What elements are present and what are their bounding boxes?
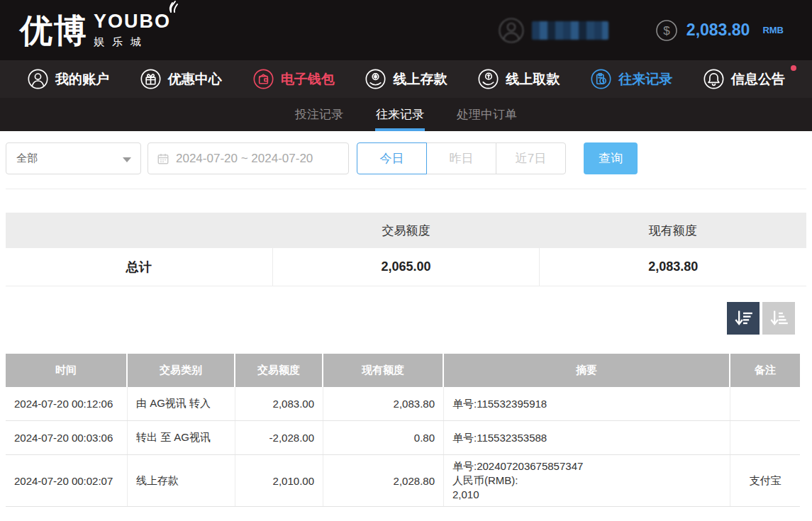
table-row: 2024-07-20 00:12:06由 AG视讯 转入2,083.002,08… — [6, 387, 800, 421]
user-group[interactable] — [498, 17, 608, 44]
balance-currency: RMB — [762, 25, 784, 35]
divider — [6, 189, 806, 189]
nav-label-my-account: 我的账户 — [55, 70, 109, 89]
cell-r0-c1: 由 AG视讯 转入 — [128, 387, 235, 420]
table-body: 2024-07-20 00:12:06由 AG视讯 转入2,083.002,08… — [6, 387, 800, 507]
search-button[interactable]: 查询 — [584, 142, 638, 174]
nav-item-online-deposit[interactable]: 线上存款 — [365, 68, 447, 90]
date-range-field[interactable]: 2024-07-20 ~ 2024-07-20 — [148, 142, 349, 174]
nav-item-online-withdraw[interactable]: 线上取款 — [477, 68, 560, 90]
type-select-value: 全部 — [16, 152, 38, 165]
nav-label-promo-center: 优惠中心 — [168, 70, 222, 89]
top-header: 优博 YOUBO 娱乐城 $ 2,083.80 RMB — [0, 0, 812, 60]
quick-date-group: 今日昨日近7日 — [357, 142, 566, 174]
chevron-down-icon — [123, 157, 131, 162]
avatar-icon — [498, 17, 525, 44]
summary-value-1: 2,065.00 — [273, 248, 540, 286]
logo-right: YOUBO 娱乐城 — [94, 11, 171, 49]
column-header-5: 备注 — [730, 354, 800, 387]
sort-row — [6, 302, 806, 335]
gift-icon — [140, 68, 162, 90]
date-range-text: 2024-07-20 ~ 2024-07-20 — [176, 152, 313, 166]
nav-item-transaction-records[interactable]: 往来记录 — [590, 68, 672, 90]
flame-icon — [161, 0, 179, 21]
nav-item-promo-center[interactable]: 优惠中心 — [140, 68, 222, 90]
wallet-icon — [252, 68, 274, 90]
cell-r1-c3: 0.80 — [323, 421, 444, 454]
sort-ascending-button[interactable] — [762, 302, 795, 335]
summary-line: 单号:115532353588 — [452, 431, 547, 445]
bell-icon — [703, 68, 725, 90]
column-header-3: 现有额度 — [323, 354, 444, 387]
summary-line: 人民币(RMB): — [452, 474, 518, 488]
cell-r1-c5 — [730, 421, 800, 454]
cell-r2-c2: 2,010.00 — [235, 455, 323, 506]
cell-r2-c1: 线上存款 — [128, 455, 235, 506]
nav-item-e-wallet[interactable]: 电子钱包 — [252, 68, 335, 90]
quick-button-today[interactable]: 今日 — [357, 142, 427, 174]
summary-line: 2,010 — [452, 488, 479, 502]
summary-line: 单号:115532395918 — [452, 397, 547, 411]
nav-label-online-withdraw: 线上取款 — [506, 70, 560, 89]
column-header-4: 摘要 — [444, 354, 730, 387]
username-redacted — [532, 21, 608, 40]
nav-item-announcements[interactable]: 信息公告 — [703, 68, 785, 90]
summary-line: 单号:202407203675857347 — [452, 459, 583, 474]
summary-total-row: 总计2,065.002,083.80 — [6, 248, 806, 286]
tab-pending-orders[interactable]: 处理中订单 — [456, 98, 518, 131]
cell-r1-c0: 2024-07-20 00:03:06 — [6, 421, 128, 454]
nav-item-my-account[interactable]: 我的账户 — [27, 68, 109, 90]
nav-label-e-wallet: 电子钱包 — [281, 70, 335, 89]
table-row: 2024-07-20 00:02:07线上存款2,010.002,028.80单… — [6, 455, 800, 507]
balance-group[interactable]: $ 2,083.80 RMB — [655, 19, 784, 42]
summary-header-cell-2: 现有额度 — [540, 213, 806, 248]
cell-r2-c4: 单号:202407203675857347人民币(RMB):2,010 — [444, 455, 730, 506]
nav-label-announcements: 信息公告 — [731, 70, 785, 89]
calendar-icon — [157, 152, 169, 165]
dollar-circle-icon: $ — [655, 19, 678, 42]
tab-bet-records[interactable]: 投注记录 — [294, 98, 344, 131]
balance-amount: 2,083.80 — [686, 21, 750, 40]
summary-header-row: 交易额度现有额度 — [6, 213, 806, 248]
summary-header-cell-0 — [6, 213, 272, 248]
tab-transaction-records[interactable]: 往来记录 — [375, 98, 425, 131]
cell-r0-c2: 2,083.00 — [235, 387, 323, 420]
sort-ascending-icon — [769, 308, 789, 328]
quick-button-last-7-days[interactable]: 近7日 — [496, 142, 566, 174]
records-icon — [590, 68, 612, 90]
table-header-row: 时间交易类别交易额度现有额度摘要备注 — [6, 354, 800, 387]
cell-r0-c0: 2024-07-20 00:12:06 — [6, 387, 128, 420]
notification-dot — [791, 65, 796, 71]
main-nav: 我的账户优惠中心电子钱包线上存款线上取款往来记录信息公告 — [0, 60, 812, 98]
column-header-2: 交易额度 — [235, 354, 323, 387]
nav-label-online-deposit: 线上存款 — [393, 70, 447, 89]
sort-descending-button[interactable] — [727, 302, 760, 335]
cell-r0-c4: 单号:115532395918 — [444, 387, 730, 420]
summary-table: 交易额度现有额度 总计2,065.002,083.80 — [6, 213, 806, 286]
column-header-0: 时间 — [6, 354, 128, 387]
cell-r2-c0: 2024-07-20 00:02:07 — [6, 455, 128, 506]
content: 全部 2024-07-20 ~ 2024-07-20 今日昨日近7日 查询 交易… — [0, 142, 812, 507]
summary-header-cell-1: 交易额度 — [272, 213, 539, 248]
site-logo[interactable]: 优博 YOUBO 娱乐城 — [20, 11, 171, 49]
withdraw-icon — [477, 68, 499, 90]
nav-label-transaction-records: 往来记录 — [618, 70, 672, 89]
column-header-1: 交易类别 — [128, 354, 235, 387]
sort-descending-icon — [733, 308, 753, 328]
filter-row: 全部 2024-07-20 ~ 2024-07-20 今日昨日近7日 查询 — [6, 142, 806, 174]
summary-value-2: 2,083.80 — [540, 248, 806, 286]
cell-r2-c5: 支付宝 — [730, 455, 800, 506]
transactions-table: 时间交易类别交易额度现有额度摘要备注 2024-07-20 00:12:06由 … — [6, 354, 800, 507]
cell-r1-c2: -2,028.00 — [235, 421, 323, 454]
cell-r0-c3: 2,083.80 — [323, 387, 444, 420]
type-select[interactable]: 全部 — [6, 142, 141, 174]
cell-r0-c5 — [730, 387, 800, 420]
cell-r2-c3: 2,028.80 — [323, 455, 444, 506]
header-right: $ 2,083.80 RMB — [498, 17, 784, 44]
logo-cn-text: 优博 — [20, 14, 88, 47]
sub-nav: 投注记录往来记录处理中订单 — [0, 98, 812, 131]
cell-r1-c4: 单号:115532353588 — [444, 421, 730, 454]
svg-text:$: $ — [663, 24, 670, 38]
logo-en-text: YOUBO — [94, 11, 171, 33]
quick-button-yesterday[interactable]: 昨日 — [426, 142, 496, 174]
